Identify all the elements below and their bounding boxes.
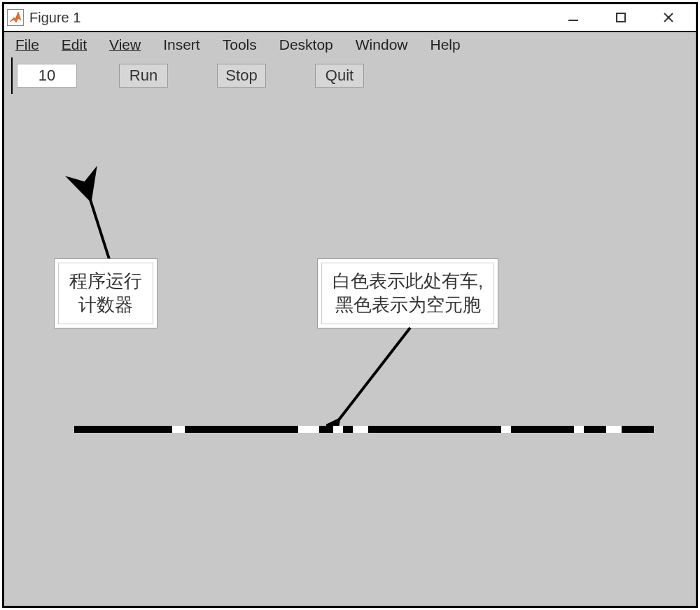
titlebar: Figure 1 xyxy=(4,4,696,32)
svg-rect-1 xyxy=(617,13,625,22)
matlab-icon xyxy=(7,9,24,26)
annotation-text: 黑色表示为空元胞 xyxy=(332,293,483,317)
lane-cell-empty xyxy=(368,426,501,433)
window-controls xyxy=(563,7,693,28)
menu-window[interactable]: Window xyxy=(347,36,416,53)
lane-cell-car xyxy=(353,426,368,433)
menu-desktop[interactable]: Desktop xyxy=(271,36,342,53)
stop-button[interactable]: Stop xyxy=(217,64,266,88)
quit-button[interactable]: Quit xyxy=(315,64,364,88)
lane-cell-empty xyxy=(511,426,574,433)
lane-cell-empty xyxy=(622,426,654,433)
menu-insert[interactable]: Insert xyxy=(155,36,209,53)
lane-cell-car xyxy=(606,426,622,433)
menu-view[interactable]: View xyxy=(101,36,149,53)
figure-canvas: 程序运行 计数器 白色表示此处有车, 黑色表示为空元胞 xyxy=(4,94,696,606)
lane-cell-car xyxy=(333,426,343,433)
annotation-arrow-counter xyxy=(85,192,127,265)
minimize-button[interactable] xyxy=(563,7,584,28)
svg-line-5 xyxy=(337,328,410,422)
lane-cell-empty xyxy=(74,426,172,433)
annotation-arrow-legend xyxy=(326,325,438,433)
menu-tools[interactable]: Tools xyxy=(214,36,265,53)
traffic-lane xyxy=(74,426,654,433)
menu-file[interactable]: File xyxy=(7,36,48,53)
annotation-text: 程序运行 xyxy=(69,270,142,293)
lane-cell-empty xyxy=(319,426,333,433)
close-button[interactable] xyxy=(658,7,679,28)
lane-cell-car xyxy=(172,426,185,433)
counter-display: 10 xyxy=(17,64,77,88)
menu-edit[interactable]: Edit xyxy=(53,36,95,53)
svg-line-4 xyxy=(90,197,109,259)
lane-cell-car xyxy=(574,426,584,433)
lane-cell-empty xyxy=(584,426,606,433)
lane-cell-car xyxy=(298,426,319,433)
lane-cell-car xyxy=(501,426,511,433)
annotation-text: 白色表示此处有车, xyxy=(332,270,483,293)
lane-cell-empty xyxy=(343,426,353,433)
annotation-label-counter: 程序运行 计数器 xyxy=(55,259,157,328)
annotation-label-legend: 白色表示此处有车, 黑色表示为空元胞 xyxy=(318,259,498,328)
annotation-text: 计数器 xyxy=(69,293,142,317)
toolbar: 10 Run Stop Quit xyxy=(4,57,696,94)
figure-window: Figure 1 File Edit View Insert Tools Des… xyxy=(2,2,698,608)
window-title: Figure 1 xyxy=(29,10,563,26)
menu-help[interactable]: Help xyxy=(421,36,468,53)
lane-cell-empty xyxy=(185,426,298,433)
menubar: File Edit View Insert Tools Desktop Wind… xyxy=(4,32,696,57)
run-button[interactable]: Run xyxy=(119,64,168,88)
maximize-button[interactable] xyxy=(610,7,631,28)
